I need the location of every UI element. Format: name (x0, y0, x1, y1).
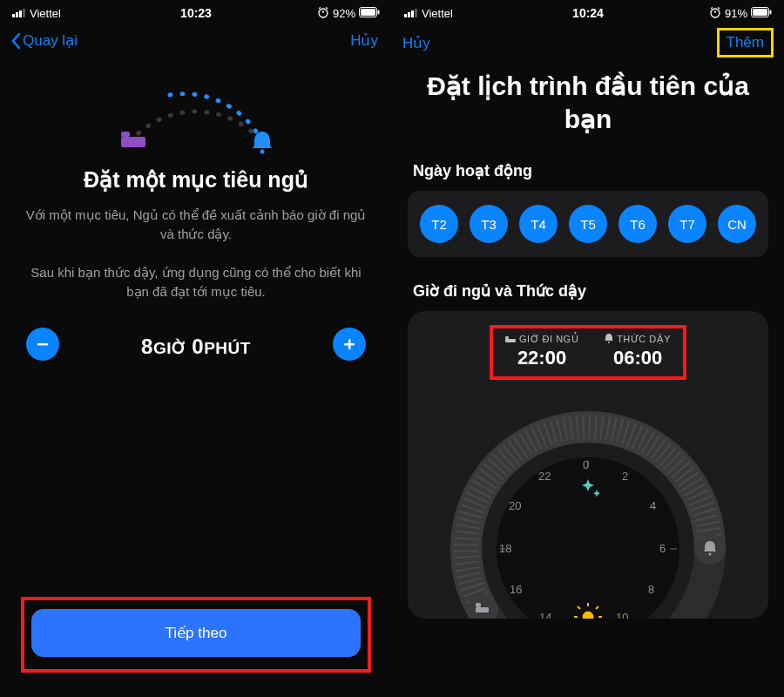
svg-point-41 (709, 553, 712, 556)
svg-point-13 (260, 150, 265, 154)
svg-rect-26 (753, 9, 767, 16)
svg-rect-1 (16, 12, 18, 17)
sleep-arc-graphic (83, 67, 309, 154)
wake-label: THỨC DẬY (617, 334, 671, 345)
goal-minutes-label: PHÚT (204, 333, 251, 359)
battery-icon (751, 7, 772, 20)
svg-rect-3 (23, 9, 25, 17)
day-toggle[interactable]: T4 (519, 205, 558, 243)
nav-bar: Hủy Thêm (392, 23, 784, 61)
svg-line-24 (718, 7, 720, 9)
times-section-label: Giờ đi ngủ và Thức dậy (413, 281, 763, 301)
svg-line-7 (326, 7, 328, 9)
description-2: Sau khi bạn thức dậy, ứng dụng cũng có t… (19, 263, 373, 301)
day-toggle[interactable]: T5 (569, 205, 607, 243)
wake-block: THỨC DẬY 06:00 (605, 334, 671, 369)
alarm-icon (709, 6, 721, 21)
status-bar: Viettel 10:23 92% (0, 0, 392, 23)
clock-card: GIỜ ĐI NGỦ 22:00 THỨC DẬY 06:00 (408, 311, 768, 619)
screen-sleep-goal: Viettel 10:23 92% Quay lại Hủy (0, 0, 392, 697)
goal-hours: 8 (141, 327, 153, 360)
cancel-button[interactable]: Hủy (350, 31, 378, 50)
cancel-label: Hủy (402, 34, 430, 52)
next-label: Tiếp theo (166, 625, 227, 641)
day-toggle[interactable]: T6 (618, 205, 657, 243)
svg-point-42 (583, 612, 593, 619)
svg-rect-16 (348, 339, 351, 349)
battery-percent: 92% (333, 7, 355, 20)
clock-hour: 20 (509, 499, 521, 512)
alarm-icon (317, 6, 329, 21)
times-highlight: GIỜ ĐI NGỦ 22:00 THỨC DẬY 06:00 (490, 325, 686, 380)
screen-schedule: Viettel 10:24 91% Hủy Thêm Đặt lịch trìn… (392, 0, 784, 697)
day-toggle[interactable]: CN (718, 205, 756, 243)
bed-icon (505, 335, 516, 345)
clock-hour: 14 (539, 611, 551, 619)
wake-handle[interactable] (694, 533, 726, 565)
bedtime-block: GIỜ ĐI NGỦ 22:00 (505, 334, 578, 369)
status-bar: Viettel 10:24 91% (392, 0, 784, 23)
back-label: Quay lại (23, 31, 78, 50)
clock-dial[interactable]: 0 2 4 6 8 10 12 14 16 18 20 22 (440, 392, 736, 619)
increase-button[interactable] (333, 328, 366, 361)
plus-icon (342, 337, 356, 351)
battery-icon (359, 7, 380, 20)
clock-hour: 16 (510, 583, 522, 596)
wake-value: 06:00 (605, 347, 671, 369)
signal-icon (404, 7, 418, 20)
svg-rect-27 (770, 10, 772, 14)
svg-rect-19 (411, 10, 414, 17)
svg-line-23 (711, 7, 713, 9)
svg-rect-18 (408, 12, 410, 17)
add-button[interactable]: Thêm (717, 28, 774, 58)
decrease-button[interactable] (26, 328, 59, 361)
svg-rect-17 (404, 14, 407, 17)
carrier-label: Viettel (30, 7, 61, 20)
bed-icon (121, 132, 145, 147)
days-card: T2 T3 T4 T5 T6 T7 CN (408, 191, 768, 257)
svg-rect-29 (505, 336, 509, 339)
cancel-button[interactable]: Hủy (402, 34, 430, 52)
battery-percent: 91% (725, 7, 747, 20)
page-title: Đặt lịch trình đầu tiên của bạn (413, 70, 763, 135)
next-button[interactable]: Tiếp theo (31, 609, 361, 657)
day-toggle[interactable]: T3 (470, 205, 508, 243)
svg-rect-9 (361, 9, 375, 16)
svg-rect-0 (12, 14, 15, 17)
svg-rect-38 (476, 607, 489, 612)
clock-hour: 4 (650, 499, 656, 512)
goal-minutes: 0 (192, 327, 204, 360)
bell-icon (252, 132, 273, 154)
description-1: Với một mục tiêu, Ngủ có thể đề xuất cản… (19, 206, 373, 244)
bedtime-value: 22:00 (505, 347, 578, 369)
nav-bar: Quay lại Hủy (0, 23, 392, 57)
bedtime-label: GIỜ ĐI NGỦ (519, 334, 578, 345)
day-toggle[interactable]: T7 (668, 205, 706, 243)
bell-icon (605, 334, 613, 345)
goal-stepper: 8GIỜ 0PHÚT (0, 327, 392, 361)
svg-line-6 (319, 7, 321, 9)
svg-rect-14 (37, 343, 48, 346)
add-label: Thêm (727, 34, 764, 51)
signal-icon (12, 7, 26, 20)
svg-rect-10 (378, 10, 380, 14)
minus-icon (36, 337, 50, 351)
clock-hour: 6 (659, 542, 666, 555)
svg-point-30 (608, 342, 610, 343)
clock-hour: 0 (583, 458, 589, 471)
svg-rect-20 (415, 9, 417, 17)
clock-hour: 8 (648, 583, 654, 596)
back-button[interactable]: Quay lại (10, 31, 78, 50)
cancel-label: Hủy (350, 31, 378, 50)
chevron-left-icon (10, 32, 21, 50)
carrier-label: Viettel (422, 7, 453, 20)
svg-rect-2 (19, 10, 22, 17)
page-title: Đặt một mục tiêu ngủ (16, 166, 376, 193)
clock-hour: 2 (622, 470, 628, 483)
day-toggle[interactable]: T2 (420, 205, 458, 243)
svg-rect-12 (121, 132, 130, 137)
svg-rect-11 (121, 137, 145, 147)
days-section-label: Ngày hoạt động (413, 161, 763, 180)
svg-rect-39 (476, 603, 481, 607)
clock-hour: 18 (499, 542, 511, 555)
